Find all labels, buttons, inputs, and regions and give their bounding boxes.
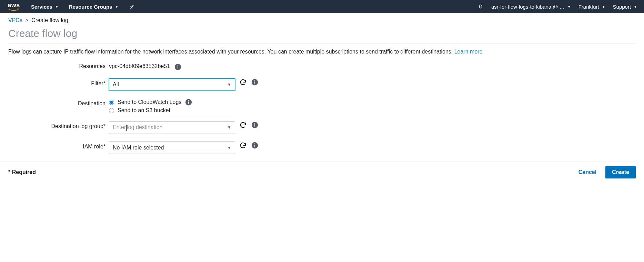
breadcrumb-separator: > xyxy=(24,17,30,23)
form-footer: * Required Cancel Create xyxy=(0,166,644,187)
caret-down-icon: ▼ xyxy=(602,5,605,9)
svg-rect-2 xyxy=(178,65,178,66)
footer-actions: Cancel Create xyxy=(574,166,636,178)
svg-rect-8 xyxy=(188,100,189,101)
filter-select[interactable]: All ▼ xyxy=(109,78,235,91)
control-destination: Send to CloudWatch Logs Send to an S3 bu… xyxy=(109,98,192,114)
caret-down-icon: ▼ xyxy=(634,5,637,9)
nav-region-menu[interactable]: Frankfurt ▼ xyxy=(578,4,605,10)
svg-rect-13 xyxy=(254,145,255,147)
filter-select-value: All xyxy=(113,81,119,88)
resources-vpc-id: vpc-04dbf09e63532be51 xyxy=(109,63,170,69)
row-destination: Destination Send to CloudWatch Logs Send… xyxy=(8,98,636,114)
dest-log-group-placeholder: Enterlog destination xyxy=(113,124,162,131)
svg-rect-4 xyxy=(254,81,255,84)
flow-log-form: Resources vpc-04dbf09e63532be51 Filter* … xyxy=(0,61,644,154)
label-iam-role: IAM role* xyxy=(8,142,109,150)
chevron-down-icon: ▼ xyxy=(227,82,231,87)
refresh-icon[interactable] xyxy=(239,121,247,129)
iam-role-select-value: No IAM role selected xyxy=(113,145,164,151)
label-dest-log-group: Destination log group* xyxy=(8,121,109,129)
nav-user-menu[interactable]: usr-for-flow-logs-to-kibana @ … ▼ xyxy=(491,4,571,10)
label-resources: Resources xyxy=(8,61,109,69)
info-icon[interactable] xyxy=(185,98,192,106)
learn-more-link[interactable]: Learn more xyxy=(454,49,483,55)
top-nav-left: aws Services ▼ Resource Groups ▼ xyxy=(7,2,135,11)
info-icon[interactable] xyxy=(174,63,182,71)
info-icon[interactable] xyxy=(251,142,259,149)
svg-rect-10 xyxy=(254,124,255,126)
control-iam-role: No IAM role selected ▼ xyxy=(109,142,259,154)
svg-rect-5 xyxy=(254,80,255,81)
chevron-down-icon: ▼ xyxy=(227,145,231,150)
breadcrumb-vpcs-link[interactable]: VPCs xyxy=(8,17,22,23)
caret-down-icon: ▼ xyxy=(115,5,119,9)
create-button[interactable]: Create xyxy=(605,166,636,178)
caret-down-icon: ▼ xyxy=(567,5,571,9)
page-title: Create flow log xyxy=(0,26,644,42)
nav-region-label: Frankfurt xyxy=(578,4,599,10)
info-icon[interactable] xyxy=(251,78,259,86)
aws-smile-icon xyxy=(7,8,21,11)
row-filter: Filter* All ▼ xyxy=(8,78,636,91)
value-resources: vpc-04dbf09e63532be51 xyxy=(109,61,182,71)
aws-logo-text: aws xyxy=(8,2,20,8)
radio-s3[interactable] xyxy=(109,108,114,113)
nav-resource-groups[interactable]: Resource Groups ▼ xyxy=(69,4,119,10)
nav-services-label: Services xyxy=(31,4,52,10)
form-divider xyxy=(0,162,636,162)
nav-support-menu[interactable]: Support ▼ xyxy=(613,4,637,10)
nav-services[interactable]: Services ▼ xyxy=(31,4,59,10)
nav-support-label: Support xyxy=(613,4,631,10)
title-divider xyxy=(8,43,636,44)
svg-rect-14 xyxy=(254,143,255,144)
breadcrumb-current: Create flow log xyxy=(31,17,68,23)
bell-icon[interactable] xyxy=(477,3,484,10)
top-nav: aws Services ▼ Resource Groups ▼ usr-for… xyxy=(0,0,644,13)
dest-log-group-select[interactable]: Enterlog destination ▼ xyxy=(109,121,235,134)
radio-cloudwatch-label[interactable]: Send to CloudWatch Logs xyxy=(118,99,181,105)
cancel-button[interactable]: Cancel xyxy=(574,166,601,178)
page-intro-text: Flow logs can capture IP traffic flow in… xyxy=(8,49,453,55)
nav-user-label: usr-for-flow-logs-to-kibana @ … xyxy=(491,4,565,10)
label-destination: Destination xyxy=(8,98,109,107)
refresh-icon[interactable] xyxy=(239,78,247,86)
iam-role-select[interactable]: No IAM role selected ▼ xyxy=(109,142,235,154)
nav-resource-groups-label: Resource Groups xyxy=(69,4,112,10)
chevron-down-icon: ▼ xyxy=(227,125,231,130)
row-resources: Resources vpc-04dbf09e63532be51 xyxy=(8,61,636,71)
destination-radio-group: Send to CloudWatch Logs Send to an S3 bu… xyxy=(109,98,192,114)
radio-cloudwatch-row: Send to CloudWatch Logs xyxy=(109,98,192,106)
label-filter: Filter* xyxy=(8,78,109,87)
control-filter: All ▼ xyxy=(109,78,259,91)
info-icon[interactable] xyxy=(251,121,259,129)
caret-down-icon: ▼ xyxy=(55,5,59,9)
page-intro: Flow logs can capture IP traffic flow in… xyxy=(0,49,644,61)
control-dest-log-group: Enterlog destination ▼ xyxy=(109,121,259,134)
breadcrumb: VPCs > Create flow log xyxy=(0,13,644,26)
top-nav-right: usr-for-flow-logs-to-kibana @ … ▼ Frankf… xyxy=(477,3,637,10)
svg-rect-1 xyxy=(178,66,178,68)
radio-s3-row: Send to an S3 bucket xyxy=(109,107,192,114)
radio-cloudwatch[interactable] xyxy=(109,100,114,105)
pin-icon[interactable] xyxy=(129,3,135,10)
radio-s3-label[interactable]: Send to an S3 bucket xyxy=(118,107,170,114)
required-note: * Required xyxy=(8,169,36,175)
aws-logo[interactable]: aws xyxy=(7,2,21,11)
svg-rect-11 xyxy=(254,123,255,124)
svg-rect-7 xyxy=(188,101,189,104)
refresh-icon[interactable] xyxy=(239,142,247,149)
row-iam-role: IAM role* No IAM role selected ▼ xyxy=(8,142,636,154)
row-dest-log-group: Destination log group* Enterlog destinat… xyxy=(8,121,636,134)
